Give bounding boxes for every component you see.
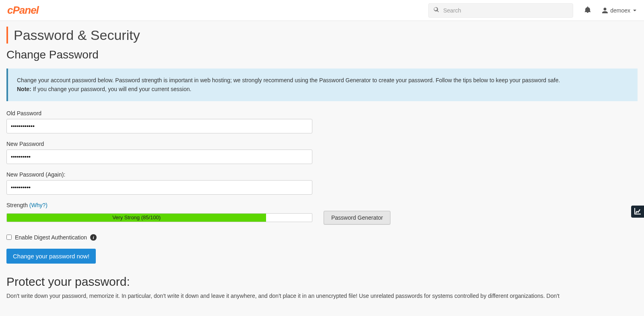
search-container[interactable] xyxy=(428,3,573,18)
section-title: Change Password xyxy=(6,48,638,61)
info-callout: Change your account password below. Pass… xyxy=(6,69,638,101)
notifications-button[interactable] xyxy=(584,6,591,14)
old-password-label: Old Password xyxy=(6,110,638,116)
protect-title: Protect your password: xyxy=(6,275,638,289)
page-title: Password & Security xyxy=(14,27,140,43)
password-generator-button[interactable]: Password Generator xyxy=(324,211,390,225)
user-icon xyxy=(602,8,608,13)
top-bar: cPanel demoex xyxy=(0,0,644,21)
confirm-password-label: New Password (Again): xyxy=(6,171,638,178)
info-icon[interactable]: i xyxy=(90,234,97,241)
new-password-label: New Password xyxy=(6,141,638,147)
new-password-input[interactable] xyxy=(6,150,312,164)
strength-meter-fill: Very Strong (85/100) xyxy=(7,214,266,222)
chart-icon xyxy=(634,208,641,216)
search-icon xyxy=(433,7,443,14)
title-accent-bar xyxy=(6,27,8,44)
callout-note-label: Note: xyxy=(17,86,31,92)
callout-text: Change your account password below. Pass… xyxy=(17,76,629,85)
submit-button[interactable]: Change your password now! xyxy=(6,249,96,264)
confirm-password-input[interactable] xyxy=(6,180,312,195)
protect-body: Don't write down your password, memorize… xyxy=(6,292,638,300)
bell-icon xyxy=(584,6,591,14)
user-menu[interactable]: demoex xyxy=(602,7,637,14)
strength-text: Very Strong (85/100) xyxy=(112,214,161,220)
stats-side-tab[interactable] xyxy=(631,206,644,218)
callout-note-text: If you change your password, you will en… xyxy=(31,86,192,92)
old-password-input[interactable] xyxy=(6,119,312,133)
username-label: demoex xyxy=(610,7,630,14)
digest-auth-checkbox[interactable] xyxy=(6,235,12,240)
search-input[interactable] xyxy=(443,7,568,14)
strength-meter: Very Strong (85/100) xyxy=(6,213,312,222)
caret-down-icon xyxy=(633,8,637,12)
digest-auth-label: Enable Digest Authentication xyxy=(15,234,87,241)
cpanel-logo[interactable]: cPanel xyxy=(7,4,39,17)
strength-why-link[interactable]: (Why?) xyxy=(29,202,47,208)
strength-label: Strength (Why?) xyxy=(6,202,638,208)
